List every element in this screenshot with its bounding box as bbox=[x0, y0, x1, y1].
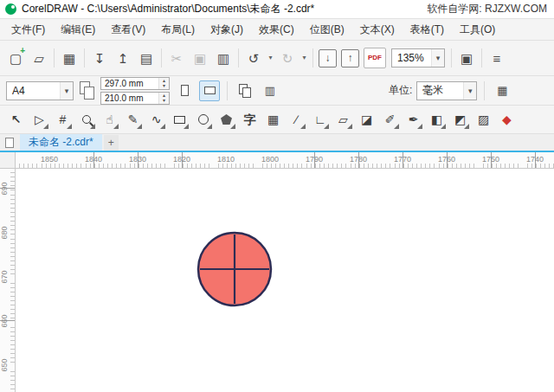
drawing-canvas[interactable] bbox=[16, 169, 554, 392]
crop-tool-icon: # bbox=[60, 113, 67, 125]
page-dimensions-group: 297.0 mm ▴ ▾ 210.0 mm ▴ ▾ bbox=[100, 77, 170, 105]
menu-item-layout[interactable]: 布局(L) bbox=[153, 19, 203, 40]
width-spinner[interactable]: ▴ ▾ bbox=[158, 78, 169, 89]
freehand-tool[interactable]: ✎ bbox=[122, 109, 144, 131]
menu-item-edit[interactable]: 编辑(E) bbox=[53, 19, 103, 40]
coreldraw-logo-icon bbox=[5, 3, 16, 15]
interactive-fill-tool-icon: ◩ bbox=[454, 113, 466, 125]
page-sorter-button[interactable]: ▥ bbox=[260, 80, 280, 101]
save-button[interactable]: ▦ bbox=[58, 47, 81, 69]
toolbar-separator bbox=[481, 48, 482, 67]
menu-item-effects[interactable]: 效果(C) bbox=[251, 19, 302, 40]
page-width-value: 297.0 mm bbox=[105, 79, 143, 88]
menu-item-table[interactable]: 表格(T) bbox=[403, 19, 452, 40]
export-button[interactable]: ↥ bbox=[112, 47, 134, 69]
pick-tool[interactable]: ↖ bbox=[5, 109, 27, 131]
text-tool[interactable]: 字 bbox=[239, 109, 261, 131]
rectangle-tool-icon bbox=[174, 116, 185, 124]
smart-fill-tool[interactable]: ◆ bbox=[496, 109, 518, 131]
landscape-icon bbox=[204, 87, 216, 94]
chevron-down-icon[interactable]: ▾ bbox=[60, 82, 73, 100]
menu-item-object[interactable]: 对象(J) bbox=[203, 19, 251, 40]
portrait-button[interactable] bbox=[174, 80, 195, 101]
horizontal-ruler[interactable]: 1850184018301820181018001790178017701760… bbox=[16, 152, 554, 169]
standard-toolbar: ▢+▱▦↧↥▤✂▣▥↺▾↻▾↓↑PDF 135% ▾ ▣≡ bbox=[0, 41, 554, 76]
copy-button: ▣ bbox=[189, 47, 211, 69]
units-label: 单位: bbox=[389, 83, 412, 98]
ellipse-tool[interactable] bbox=[192, 109, 214, 131]
import-file-button[interactable]: ↓ bbox=[319, 49, 337, 67]
paste-button[interactable]: ▥ bbox=[212, 47, 235, 69]
connector-tool[interactable]: ∟ bbox=[309, 109, 331, 131]
new-document-button[interactable]: ▢+ bbox=[4, 47, 27, 69]
watermark-text: 软件自学网: RJZXW.COM bbox=[427, 2, 547, 16]
fullscreen-preview-button[interactable]: ▣ bbox=[455, 47, 478, 69]
rectangle-tool[interactable] bbox=[169, 109, 190, 131]
shadow-tool[interactable]: ▱ bbox=[332, 109, 354, 131]
page-size-value: A4 bbox=[12, 85, 25, 97]
page-size-combobox[interactable]: A4 ▾ bbox=[6, 81, 74, 100]
dimension-tool[interactable]: ∕ bbox=[286, 109, 307, 131]
chevron-down-icon[interactable]: ▾ bbox=[431, 49, 444, 67]
zoom-level-combobox[interactable]: 135% ▾ bbox=[391, 48, 445, 67]
polygon-tool[interactable] bbox=[216, 109, 237, 131]
page-dimensions-icon bbox=[80, 81, 94, 100]
toolbar-separator bbox=[451, 48, 452, 67]
outline-pen-tool[interactable]: ✒ bbox=[403, 109, 424, 131]
menu-bar: 文件(F)编辑(E)查看(V)布局(L)对象(J)效果(C)位图(B)文本(X)… bbox=[0, 19, 554, 41]
chevron-down-icon[interactable]: ▾ bbox=[463, 82, 476, 100]
print-button[interactable]: ▤ bbox=[135, 47, 158, 69]
height-spinner[interactable]: ▴ ▾ bbox=[158, 93, 169, 104]
table-tool[interactable]: ▦ bbox=[262, 109, 284, 131]
shape-tool-icon: ▷ bbox=[35, 113, 44, 125]
fill-tool[interactable]: ◧ bbox=[426, 109, 448, 131]
circle-with-cross-shape[interactable] bbox=[198, 233, 271, 305]
crop-tool[interactable]: # bbox=[52, 109, 74, 131]
fill-tool-icon: ◧ bbox=[431, 113, 442, 125]
h-ruler-label: 1820 bbox=[173, 155, 190, 164]
zoom-level-value: 135% bbox=[397, 52, 424, 64]
interactive-fill-tool[interactable]: ◩ bbox=[449, 109, 471, 131]
menu-item-text[interactable]: 文本(X) bbox=[352, 19, 403, 40]
menu-item-view[interactable]: 查看(V) bbox=[103, 19, 153, 40]
toolbar-separator bbox=[54, 48, 55, 67]
toolbar-separator bbox=[312, 48, 313, 67]
smart-fill-tool-icon: ◆ bbox=[502, 113, 512, 125]
spin-down-icon[interactable]: ▾ bbox=[159, 83, 169, 89]
pattern-fill-tool[interactable]: ▨ bbox=[473, 109, 494, 131]
page-height-input[interactable]: 210.0 mm ▴ ▾ bbox=[100, 92, 170, 105]
landscape-button[interactable] bbox=[199, 80, 220, 101]
zoom-tool[interactable] bbox=[75, 109, 97, 131]
all-pages-button[interactable] bbox=[235, 80, 255, 101]
shadow-tool-icon: ▱ bbox=[338, 113, 348, 125]
undo-history-dropdown[interactable]: ▾ bbox=[266, 47, 275, 69]
vertical-ruler[interactable]: 690680670660650640 bbox=[0, 169, 16, 392]
ruler-origin-corner[interactable] bbox=[0, 152, 16, 169]
bezier-tool[interactable]: ∿ bbox=[145, 109, 167, 131]
open-button[interactable]: ▱ bbox=[28, 47, 50, 69]
connector-tool-icon: ∟ bbox=[314, 113, 326, 125]
pan-tool[interactable]: ☝ bbox=[99, 109, 120, 131]
titlebar: CorelDRAW - C:\Users\Administrator\Docum… bbox=[0, 0, 554, 19]
export-file-button[interactable]: ↑ bbox=[341, 49, 359, 67]
menu-item-file[interactable]: 文件(F) bbox=[3, 19, 53, 40]
toolbox: ↖▷#☝✎∿字▦∕∟▱◪✐✒◧◩▨◆ bbox=[0, 106, 554, 134]
redo-history-dropdown[interactable]: ▾ bbox=[300, 47, 309, 69]
show-rulers-button[interactable]: ≡ bbox=[486, 47, 508, 69]
units-combobox[interactable]: 毫米 ▾ bbox=[416, 81, 477, 100]
eyedropper-tool[interactable]: ✐ bbox=[379, 109, 401, 131]
publish-pdf-button[interactable]: PDF bbox=[364, 48, 386, 68]
spin-down-icon[interactable]: ▾ bbox=[159, 98, 169, 104]
menu-item-bitmaps[interactable]: 位图(B) bbox=[302, 19, 352, 40]
new-document-tab-button[interactable]: + bbox=[104, 135, 119, 151]
import-button[interactable]: ↧ bbox=[88, 47, 111, 69]
undo-button[interactable]: ↺ bbox=[242, 47, 265, 69]
snap-options-button[interactable]: ▦ bbox=[492, 80, 512, 101]
shape-tool[interactable]: ▷ bbox=[29, 109, 50, 131]
document-tab[interactable]: 未命名 -2.cdr* bbox=[20, 134, 102, 151]
workspace: 690680670660650640 bbox=[0, 169, 554, 392]
menu-item-tools[interactable]: 工具(O) bbox=[452, 19, 503, 40]
transparency-tool[interactable]: ◪ bbox=[356, 109, 377, 131]
document-icon bbox=[5, 138, 14, 148]
page-width-input[interactable]: 297.0 mm ▴ ▾ bbox=[100, 77, 170, 90]
